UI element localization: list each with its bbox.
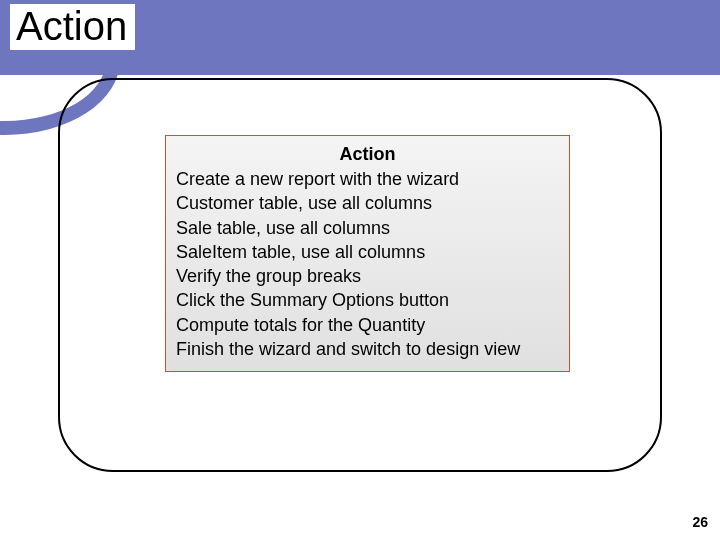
- action-line: Finish the wizard and switch to design v…: [176, 337, 559, 361]
- action-line: Customer table, use all columns: [176, 191, 559, 215]
- page-number: 26: [692, 514, 708, 530]
- action-box-heading: Action: [176, 144, 559, 165]
- action-line: Verify the group breaks: [176, 264, 559, 288]
- action-line: Sale table, use all columns: [176, 216, 559, 240]
- action-line: Create a new report with the wizard: [176, 167, 559, 191]
- action-line: SaleItem table, use all columns: [176, 240, 559, 264]
- action-line: Click the Summary Options button: [176, 288, 559, 312]
- slide-title: Action: [10, 4, 135, 50]
- action-line: Compute totals for the Quantity: [176, 313, 559, 337]
- action-box: Action Create a new report with the wiza…: [165, 135, 570, 372]
